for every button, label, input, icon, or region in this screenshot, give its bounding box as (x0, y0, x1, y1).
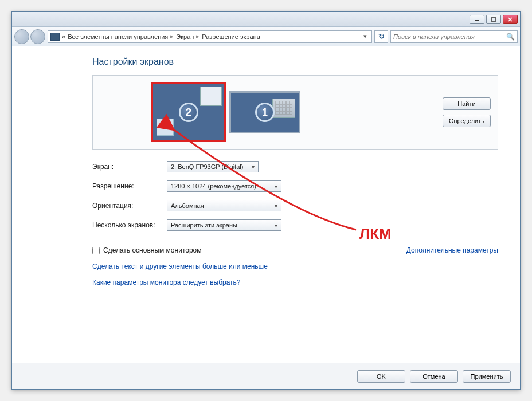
resolution-combo[interactable]: 1280 × 1024 (рекомендуется) (167, 180, 281, 192)
monitor-2-taskbar (157, 119, 174, 136)
resolution-label: Разрешение: (92, 182, 167, 190)
orientation-combo[interactable]: Альбомная (167, 200, 281, 211)
display-preview: 2 1 Найти Определить (92, 75, 498, 150)
refresh-button[interactable]: ↻ (374, 30, 388, 43)
toolbar: « Все элементы панели управления ▸ Экран… (12, 27, 520, 46)
monitor-1-thumb (272, 99, 295, 118)
footer: OK Отмена Применить (12, 363, 520, 389)
chevron-right-icon: ▸ (170, 33, 174, 40)
forward-button[interactable] (30, 29, 45, 44)
minimize-button[interactable] (470, 15, 484, 24)
breadcrumb-seg-3[interactable]: Разрешение экрана (202, 33, 260, 40)
search-icon[interactable]: 🔍 (506, 33, 515, 41)
apply-button[interactable]: Применить (463, 370, 511, 383)
help-link[interactable]: Какие параметры монитора следует выбрать… (92, 278, 498, 286)
breadcrumb-seg-2[interactable]: Экран (176, 33, 194, 40)
detect-button[interactable]: Определить (443, 115, 491, 127)
primary-checkbox-label[interactable]: Сделать основным монитором (92, 246, 202, 254)
monitor-1-number: 1 (255, 103, 275, 122)
monitor-1[interactable]: 1 (229, 91, 300, 133)
search-input[interactable] (393, 33, 506, 40)
display-combo[interactable]: 2. BenQ FP93GP (Digital) (167, 161, 259, 172)
primary-checkbox[interactable] (92, 247, 100, 254)
close-button[interactable] (503, 15, 518, 24)
monitor-2[interactable]: 2 (151, 82, 226, 142)
address-bar[interactable]: « Все элементы панели управления ▸ Экран… (48, 30, 372, 43)
control-panel-icon (50, 33, 60, 41)
multiple-combo[interactable]: Расширить эти экраны (167, 219, 281, 231)
ok-button[interactable]: OK (357, 370, 405, 383)
find-button[interactable]: Найти (443, 97, 491, 110)
cancel-button[interactable]: Отмена (410, 370, 458, 383)
monitor-2-thumb (200, 87, 222, 106)
nav-buttons (14, 29, 45, 44)
orientation-label: Ориентация: (92, 202, 167, 210)
svg-rect-1 (491, 18, 496, 21)
address-dropdown[interactable]: ▾ (361, 33, 369, 40)
divider (92, 239, 498, 239)
titlebar (12, 12, 520, 27)
monitor-2-number: 2 (179, 103, 198, 122)
page-title: Настройки экранов (92, 57, 498, 67)
multiple-label: Несколько экранов: (92, 221, 167, 229)
textsize-link[interactable]: Сделать текст и другие элементы больше и… (92, 262, 498, 270)
window: « Все элементы панели управления ▸ Экран… (11, 11, 521, 390)
maximize-button[interactable] (486, 15, 501, 24)
advanced-link[interactable]: Дополнительные параметры (406, 246, 498, 254)
search-box[interactable]: 🔍 (390, 30, 518, 43)
display-label: Экран: (92, 163, 167, 171)
content-area: Настройки экранов 2 1 Найти Определить Э… (12, 46, 520, 363)
back-button[interactable] (14, 29, 29, 44)
breadcrumb-prefix: « (62, 33, 65, 40)
breadcrumb-seg-1[interactable]: Все элементы панели управления (68, 33, 168, 40)
chevron-right-icon: ▸ (196, 33, 200, 40)
